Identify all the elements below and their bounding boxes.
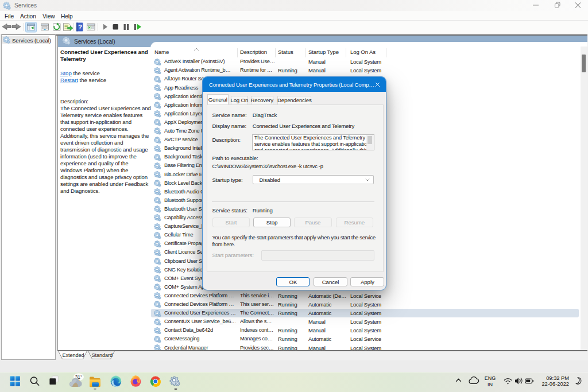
svg-text:09:32 PM: 09:32 PM bbox=[546, 375, 569, 381]
svg-text:IN: IN bbox=[488, 382, 493, 387]
svg-text:ENG: ENG bbox=[485, 375, 496, 381]
svg-text:22-06-2022: 22-06-2022 bbox=[541, 381, 569, 387]
svg-text:?: ? bbox=[78, 24, 82, 30]
